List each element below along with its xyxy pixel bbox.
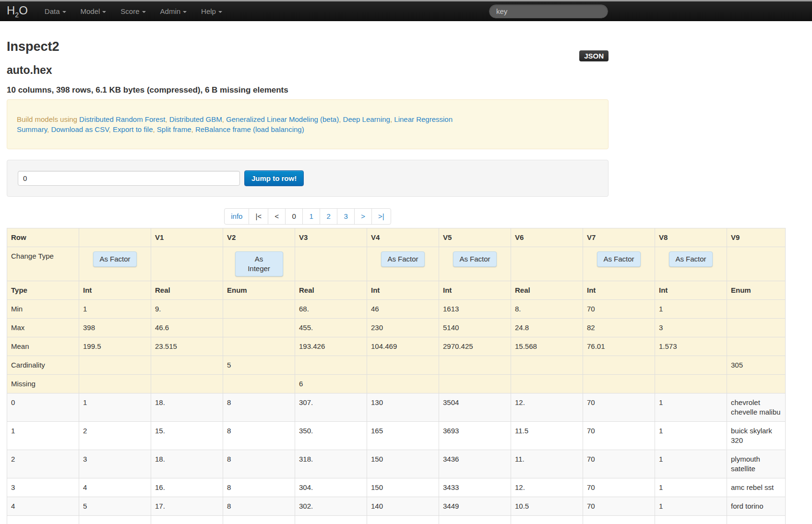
meta-row-mean: Mean199.523.515193.426104.4692970.42515.… (7, 337, 786, 356)
table-cell: 12. (511, 478, 583, 497)
table-cell (583, 356, 655, 375)
table-cell: Int (79, 281, 151, 300)
table-row-partial (7, 516, 786, 524)
pagination-page-0[interactable]: 0 (286, 209, 303, 224)
table-cell: Int (583, 281, 655, 300)
pagination-page-1[interactable]: 1 (303, 209, 320, 224)
table-row-0: 0118.8307.130350412.701chevrolet chevell… (7, 393, 786, 422)
nav-item-score[interactable]: Score (113, 2, 153, 20)
col-header-v2: V2 (223, 228, 295, 247)
frame-table: RowV1V2V3V4V5V6V7V8V9Change TypeAs Facto… (7, 228, 786, 524)
meta-row-type: TypeIntRealEnumRealIntIntRealIntIntEnum (7, 281, 786, 300)
caret-icon (62, 11, 66, 13)
table-cell: Enum (223, 281, 295, 300)
search-input[interactable] (489, 4, 609, 19)
table-cell: 70 (583, 422, 655, 450)
table-cell: Int (367, 281, 439, 300)
build-link-split-frame[interactable]: Split frame (157, 125, 191, 133)
table-cell: 304. (295, 478, 367, 497)
table-cell (151, 516, 223, 524)
h2o-brand-logo[interactable]: H2O (7, 5, 28, 18)
table-cell (727, 375, 786, 393)
table-cell (79, 375, 151, 393)
as-integer-button-col2[interactable]: As Integer (235, 251, 283, 276)
table-cell: 70 (583, 497, 655, 516)
pagination-info[interactable]: info (225, 209, 249, 224)
jump-to-row-input[interactable] (18, 171, 240, 186)
json-badge[interactable]: JSON (579, 50, 609, 61)
caret-icon (102, 11, 106, 13)
table-cell (151, 375, 223, 393)
as-factor-button-col7[interactable]: As Factor (597, 251, 640, 267)
table-cell: 18. (151, 393, 223, 422)
table-cell: 46 (367, 300, 439, 319)
table-cell: 11.5 (511, 422, 583, 450)
table-cell: buick skylark 320 (727, 422, 786, 450)
table-cell: ford torino (727, 497, 786, 516)
table-cell: 455. (295, 319, 367, 337)
table-cell (223, 319, 295, 337)
table-cell (727, 337, 786, 356)
table-cell: 1 (655, 497, 727, 516)
nav-item-label: Help (201, 7, 216, 15)
nav-item-data[interactable]: Data (37, 2, 73, 20)
change-btn-label: As Integer (244, 254, 275, 274)
col-header-blank-1 (79, 228, 151, 247)
table-cell: 307. (295, 393, 367, 422)
pagination-last[interactable]: >| (372, 209, 391, 224)
table-cell (223, 375, 295, 393)
table-cell: 130 (367, 393, 439, 422)
change-type-cell: As Factor (79, 247, 151, 281)
row-index: 4 (7, 497, 79, 516)
pagination-first[interactable]: |< (249, 209, 268, 224)
table-cell: 302. (295, 497, 367, 516)
table-cell (7, 516, 79, 524)
row-index: 0 (7, 393, 79, 422)
table-cell: 8 (223, 393, 295, 422)
table-cell: 3504 (439, 393, 511, 422)
nav-item-help[interactable]: Help (194, 2, 229, 20)
pagination-prev[interactable]: < (268, 209, 286, 224)
table-cell: 5 (79, 497, 151, 516)
as-factor-button-col5[interactable]: As Factor (453, 251, 496, 267)
build-link-download-as-csv[interactable]: Download as CSV (51, 125, 108, 133)
change-type-cell (511, 247, 583, 281)
table-cell: 1 (655, 300, 727, 319)
nav-menu: DataModelScoreAdminHelp (37, 2, 229, 20)
table-cell (511, 356, 583, 375)
build-link-deep-learning[interactable]: Deep Learning (343, 115, 390, 123)
as-factor-button-col0[interactable]: As Factor (93, 251, 136, 267)
nav-item-admin[interactable]: Admin (153, 2, 194, 20)
change-type-cell (727, 247, 786, 281)
pagination-next[interactable]: > (355, 209, 372, 224)
navbar-search (489, 4, 609, 19)
build-link-export-to-file[interactable]: Export to file (113, 125, 153, 133)
build-link-rebalance-frame-load-balancing[interactable]: ReBalance frame (load balancing) (195, 125, 304, 133)
build-link-generalized-linear-modeling-beta[interactable]: Generalized Linear Modeling (beta) (226, 115, 339, 123)
table-cell: 12. (511, 393, 583, 422)
table-cell: 2970.425 (439, 337, 511, 356)
build-link-distributed-gbm[interactable]: Distributed GBM (169, 115, 222, 123)
build-link-distributed-random-forest[interactable]: Distributed Random Forest (79, 115, 165, 123)
table-cell: 76.01 (583, 337, 655, 356)
table-cell: Int (439, 281, 511, 300)
build-models-bar: Build models using Distributed Random Fo… (7, 99, 609, 149)
table-cell (367, 356, 439, 375)
jump-to-row-button[interactable]: Jump to row! (244, 170, 304, 186)
pagination-page-3[interactable]: 3 (337, 209, 355, 224)
pagination-page-2[interactable]: 2 (320, 209, 337, 224)
caret-icon (183, 11, 187, 13)
row-label-type: Type (7, 281, 79, 300)
table-cell (295, 516, 367, 524)
table-cell: 8 (223, 478, 295, 497)
col-header-v1: V1 (151, 228, 223, 247)
table-cell: 140 (367, 497, 439, 516)
table-cell: 1 (655, 478, 727, 497)
change-btn-label: As Factor (99, 255, 130, 263)
table-cell: 3449 (439, 497, 511, 516)
nav-item-label: Model (81, 7, 100, 15)
as-factor-button-col8[interactable]: As Factor (669, 251, 712, 267)
nav-item-model[interactable]: Model (73, 2, 114, 20)
as-factor-button-col4[interactable]: As Factor (381, 251, 424, 267)
row-label-cardinality: Cardinality (7, 356, 79, 375)
